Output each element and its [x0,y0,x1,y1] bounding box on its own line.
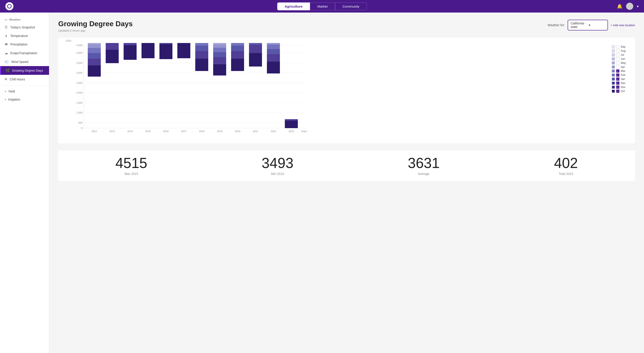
svg-rect-144 [267,44,280,49]
svg-rect-81 [177,43,190,58]
legend-color-dec [612,82,615,85]
stat-min-value: 3493 [262,156,293,170]
sidebar-group-irrigation[interactable]: + Irrigation [0,96,49,104]
legend-checkbox-feb[interactable]: ✓ [616,74,619,76]
svg-rect-120 [231,43,244,46]
legend-jun[interactable]: Jun [612,57,630,60]
sidebar-item-chill-hours[interactable]: ❄ Chill Hours [0,75,49,84]
tab-community[interactable]: Community [335,2,367,10]
bar-2023 [285,119,298,128]
notification-bell-icon[interactable]: 🔔 [617,4,622,9]
stat-max-value: 4515 [115,156,147,170]
sprout-icon: 🌿 [5,68,10,72]
chart-container: GDD 4,500 4,000 3,500 3, [58,38,635,143]
bar-2019 [213,43,226,76]
svg-rect-93 [195,59,208,71]
sidebar-group-yield[interactable]: + Yield [0,87,49,96]
stat-min-label: Min 2019 [262,172,293,176]
legend-color-jul [612,53,615,56]
stat-avg-value: 3631 [408,156,440,170]
sidebar-item-precipitation[interactable]: 🌧 Precipitation [0,40,49,48]
sidebar-item-evapotranspiration[interactable]: ☁ EvapoTranspiration [0,48,49,57]
legend-color-jan [612,78,615,81]
svg-text:3,000: 3,000 [76,72,82,74]
legend-may[interactable]: May [612,61,630,64]
bar-2018 [195,43,208,71]
plus-icon: + [4,90,6,93]
logo[interactable] [5,2,14,10]
sidebar-divider [0,85,49,86]
legend-color-aug [612,49,615,52]
svg-rect-107 [213,52,226,57]
page-updated: Updated 2 hours ago [58,29,133,32]
svg-rect-106 [213,57,226,64]
bar-2014 [124,43,136,60]
svg-rect-25 [88,44,101,48]
tab-agriculture[interactable]: Agriculture [277,2,310,10]
svg-rect-70 [160,43,172,44]
chevron-down-icon[interactable]: ▾ [637,4,639,8]
legend-checkbox-jan[interactable]: ✓ [616,78,619,81]
legend-checkbox-oct[interactable]: ✓ [616,90,619,93]
legend-checkbox-jul[interactable] [616,53,619,56]
page-title: Growing Degree Days [58,20,133,28]
legend-apr[interactable]: Apr [612,66,630,68]
legend-checkbox-nov[interactable]: ✓ [616,86,619,89]
legend-checkbox-dec[interactable]: ✓ [616,82,619,85]
nav-tabs: Agriculture Market Community [277,2,367,10]
snowflake-icon: ❄ [4,77,8,81]
add-location-link[interactable]: + Add new location [611,24,635,27]
page-title-block: Growing Degree Days Updated 2 hours ago [58,20,133,32]
cloud-rain-icon: 🌧 [4,42,8,46]
legend-dec[interactable]: ✓ Dec [612,82,630,85]
svg-rect-21 [88,66,101,76]
calendar-icon: 🗓 [4,25,8,29]
legend-checkbox-jun[interactable] [616,57,619,60]
legend-aug[interactable]: Aug [612,49,630,52]
svg-text:2,500: 2,500 [76,82,82,84]
svg-rect-141 [267,62,280,74]
svg-text:1,000: 1,000 [76,111,82,114]
svg-rect-26 [88,43,101,44]
svg-rect-22 [88,59,101,66]
sidebar-item-wind-speed[interactable]: 💨 Wind Speed [0,57,49,66]
svg-rect-94 [195,51,208,59]
stat-total-value: 402 [554,156,578,170]
sidebar-item-temperature[interactable]: 🌡 Temperature [0,32,49,40]
legend-checkbox-aug[interactable] [616,49,619,52]
legend-checkbox-apr[interactable] [616,66,619,68]
legend-checkbox-sep[interactable] [616,45,619,48]
legend-checkbox-may[interactable] [616,61,619,64]
legend-color-sep [612,45,615,48]
legend-checkbox-mar[interactable]: ✓ [616,70,619,72]
svg-text:2018: 2018 [199,130,204,132]
svg-rect-109 [213,44,226,48]
legend-nov[interactable]: ✓ Nov [612,86,630,89]
legend-oct[interactable]: ✓ Oct [612,90,630,93]
tab-market[interactable]: Market [310,2,335,10]
svg-rect-119 [231,46,244,51]
svg-text:4,500: 4,500 [76,44,82,46]
bar-2013 [106,43,119,63]
legend-jul[interactable]: Jul [612,53,630,56]
legend-sep[interactable]: Sep [612,45,630,48]
svg-text:2019: 2019 [217,130,222,132]
cloud-icon: ☁ [4,51,8,55]
plus-icon-2: + [4,98,6,101]
sidebar-item-todays-snapshot[interactable]: 🗓 Today's Snapshot [0,23,49,32]
legend-color-oct [612,90,615,93]
stat-min: 3493 Min 2019 [262,156,293,176]
avatar[interactable] [626,3,633,10]
chart-left: GDD 4,500 4,000 3,500 3, [64,43,608,138]
legend-feb[interactable]: ✓ Feb [612,74,630,76]
legend-jan[interactable]: ✓ Jan [612,78,630,81]
svg-rect-105 [213,64,226,76]
svg-rect-145 [267,43,280,44]
svg-rect-95 [195,46,208,51]
svg-text:2017: 2017 [181,130,186,132]
location-dropdown[interactable]: California - state ▾ [568,20,608,30]
sidebar-item-growing-degree-days[interactable]: 🌿 Growing Degree Days [0,66,49,75]
legend-mar[interactable]: ✓ Mar [612,70,630,72]
chart-svg: 4,500 4,000 3,500 3,000 2,500 2,000 1,50… [72,43,308,137]
svg-rect-96 [195,43,208,46]
